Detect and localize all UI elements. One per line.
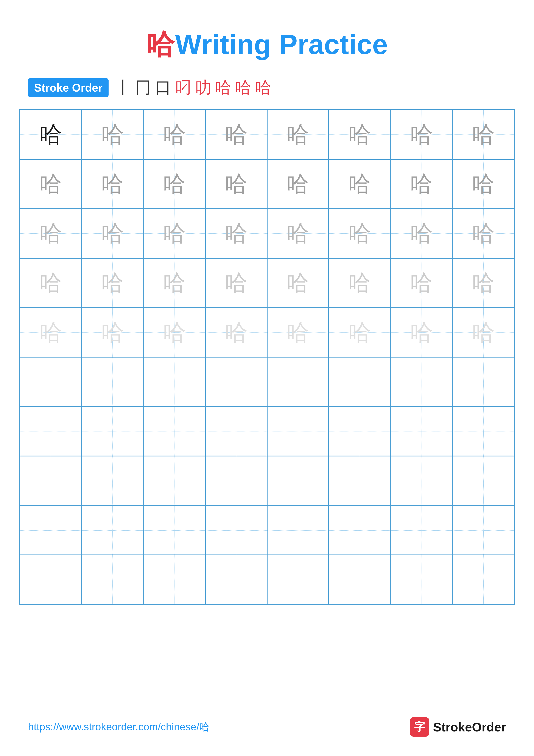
empty-grid-cell[interactable] xyxy=(267,505,329,555)
practice-char: 哈 xyxy=(163,123,186,146)
empty-grid-cell[interactable] xyxy=(267,407,329,456)
grid-cell: 哈 xyxy=(329,110,391,159)
practice-char: 哈 xyxy=(39,222,62,245)
practice-char: 哈 xyxy=(287,123,309,146)
empty-grid-cell[interactable] xyxy=(143,505,205,555)
empty-grid-cell[interactable] xyxy=(143,555,205,605)
footer-url[interactable]: https://www.strokeorder.com/chinese/哈 xyxy=(28,720,210,734)
grid-cell: 哈 xyxy=(82,209,143,258)
empty-grid-cell[interactable] xyxy=(391,357,452,407)
empty-grid-cell[interactable] xyxy=(20,456,82,505)
grid-cell: 哈 xyxy=(205,258,267,308)
stroke-3: 口 xyxy=(155,77,171,98)
grid-cell: 哈 xyxy=(20,110,82,159)
empty-grid-cell[interactable] xyxy=(329,456,391,505)
empty-grid-cell[interactable] xyxy=(391,407,452,456)
title-chinese-char: 哈 xyxy=(146,29,174,60)
practice-char: 哈 xyxy=(39,173,62,195)
empty-grid-cell[interactable] xyxy=(267,357,329,407)
stroke-5: 叻 xyxy=(195,77,211,98)
empty-grid-cell[interactable] xyxy=(82,555,143,605)
practice-char: 哈 xyxy=(101,321,124,344)
empty-grid-cell[interactable] xyxy=(391,555,452,605)
grid-cell: 哈 xyxy=(452,159,514,209)
logo-icon: 字 xyxy=(410,717,429,737)
empty-grid-cell[interactable] xyxy=(82,357,143,407)
grid-cell: 哈 xyxy=(391,258,452,308)
practice-char: 哈 xyxy=(410,321,433,344)
empty-grid-cell[interactable] xyxy=(452,456,514,505)
empty-grid-cell[interactable] xyxy=(20,357,82,407)
grid-cell: 哈 xyxy=(391,209,452,258)
empty-grid-cell[interactable] xyxy=(329,407,391,456)
practice-char: 哈 xyxy=(225,173,247,195)
practice-char: 哈 xyxy=(39,321,62,344)
empty-grid-cell[interactable] xyxy=(452,555,514,605)
grid-cell: 哈 xyxy=(452,110,514,159)
practice-grid-container: 哈 哈 哈 哈 哈 哈 哈 哈 哈 哈 哈 xyxy=(0,109,534,605)
empty-grid-cell[interactable] xyxy=(205,357,267,407)
grid-cell: 哈 xyxy=(205,308,267,357)
empty-grid-cell[interactable] xyxy=(205,555,267,605)
practice-char: 哈 xyxy=(410,123,433,146)
empty-grid-cell[interactable] xyxy=(205,456,267,505)
practice-grid: 哈 哈 哈 哈 哈 哈 哈 哈 哈 哈 哈 xyxy=(19,109,515,605)
empty-grid-cell[interactable] xyxy=(329,357,391,407)
grid-cell: 哈 xyxy=(329,209,391,258)
empty-grid-cell[interactable] xyxy=(20,555,82,605)
empty-grid-cell[interactable] xyxy=(143,456,205,505)
empty-grid-cell[interactable] xyxy=(452,407,514,456)
grid-cell: 哈 xyxy=(20,258,82,308)
empty-grid-cell[interactable] xyxy=(20,407,82,456)
empty-grid-cell[interactable] xyxy=(391,456,452,505)
practice-char: 哈 xyxy=(348,222,371,245)
grid-cell: 哈 xyxy=(143,258,205,308)
grid-cell: 哈 xyxy=(267,209,329,258)
empty-grid-cell[interactable] xyxy=(452,505,514,555)
practice-char: 哈 xyxy=(410,222,433,245)
grid-cell: 哈 xyxy=(452,258,514,308)
grid-cell: 哈 xyxy=(205,110,267,159)
empty-grid-cell[interactable] xyxy=(329,505,391,555)
grid-cell: 哈 xyxy=(143,110,205,159)
grid-cell: 哈 xyxy=(267,308,329,357)
practice-char: 哈 xyxy=(348,272,371,294)
practice-char: 哈 xyxy=(39,123,62,146)
empty-grid-cell[interactable] xyxy=(329,555,391,605)
grid-cell: 哈 xyxy=(143,209,205,258)
grid-cell: 哈 xyxy=(20,159,82,209)
practice-char: 哈 xyxy=(163,173,186,195)
grid-cell: 哈 xyxy=(143,308,205,357)
empty-grid-cell[interactable] xyxy=(205,505,267,555)
practice-char: 哈 xyxy=(163,272,186,294)
empty-grid-cell[interactable] xyxy=(452,357,514,407)
practice-char: 哈 xyxy=(472,272,495,294)
practice-char: 哈 xyxy=(101,222,124,245)
practice-char: 哈 xyxy=(348,173,371,195)
empty-grid-cell[interactable] xyxy=(143,357,205,407)
grid-cell: 哈 xyxy=(267,159,329,209)
empty-grid-cell[interactable] xyxy=(267,456,329,505)
grid-cell: 哈 xyxy=(452,308,514,357)
practice-char: 哈 xyxy=(410,272,433,294)
page-title: 哈 Writing Practice xyxy=(0,0,534,64)
practice-char: 哈 xyxy=(287,321,309,344)
stroke-order-section: Stroke Order 丨 冂 口 叼 叻 哈 哈 哈 xyxy=(0,77,534,98)
stroke-6: 哈 xyxy=(215,77,231,98)
empty-grid-cell[interactable] xyxy=(391,505,452,555)
grid-cell: 哈 xyxy=(82,308,143,357)
empty-grid-cell[interactable] xyxy=(205,407,267,456)
practice-char: 哈 xyxy=(39,272,62,294)
empty-grid-cell[interactable] xyxy=(82,456,143,505)
empty-grid-cell[interactable] xyxy=(20,505,82,555)
empty-grid-cell[interactable] xyxy=(82,505,143,555)
practice-char: 哈 xyxy=(225,222,247,245)
empty-grid-cell[interactable] xyxy=(143,407,205,456)
logo-text: StrokeOrder xyxy=(433,720,506,734)
practice-char: 哈 xyxy=(163,222,186,245)
footer: https://www.strokeorder.com/chinese/哈 字 … xyxy=(0,717,534,737)
empty-grid-cell[interactable] xyxy=(267,555,329,605)
practice-char: 哈 xyxy=(163,321,186,344)
empty-grid-cell[interactable] xyxy=(82,407,143,456)
grid-cell: 哈 xyxy=(82,110,143,159)
